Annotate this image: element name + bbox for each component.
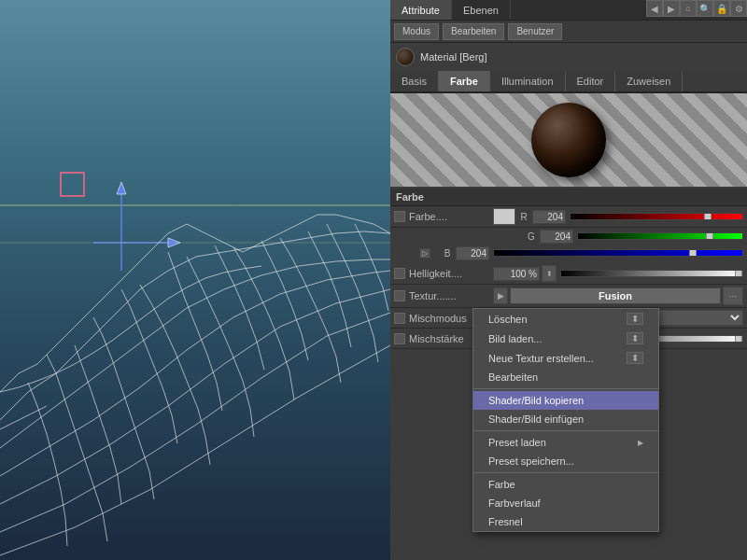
textur-label: Textur....... — [409, 290, 493, 301]
tab-ebenen[interactable]: Ebenen — [452, 0, 511, 20]
tab-attribute[interactable]: Attribute — [390, 0, 452, 20]
main-tab-bar: Basis Farbe Illumination Editor Zuweisen — [390, 71, 747, 93]
preview-sphere — [531, 103, 606, 177]
svg-marker-2 — [117, 182, 126, 194]
menu-separator-1 — [473, 388, 658, 389]
menu-item-shader-kopieren[interactable]: Shader/Bild kopieren — [473, 391, 658, 410]
bearbeiten-button[interactable]: Bearbeiten — [443, 23, 504, 40]
menu-item-farbverlauf[interactable]: Farbverlauf — [473, 494, 658, 512]
g-channel-row: G — [390, 228, 747, 245]
b-input[interactable] — [456, 246, 489, 260]
farbe-value-area: R — [493, 208, 743, 225]
svg-rect-5 — [61, 173, 84, 196]
textur-checkbox[interactable] — [394, 290, 405, 301]
nav-left-icon[interactable]: ◀ — [646, 0, 663, 17]
top-tab-bar: Attribute Ebenen ◀ ▶ ⌂ 🔍 🔒 ⚙ — [390, 0, 747, 21]
g-label: G — [525, 231, 538, 242]
tab-farbe[interactable]: Farbe — [439, 71, 490, 91]
b-channel-row: ▷ B — [390, 245, 747, 261]
b-label: B — [441, 248, 454, 259]
menu-item-bild-laden[interactable]: Bild laden... ⬍ — [473, 329, 658, 348]
farbe-label: Farbe.... — [409, 211, 493, 222]
right-panel: Attribute Ebenen ◀ ▶ ⌂ 🔍 🔒 ⚙ Modus Bearb… — [390, 0, 747, 560]
menu-item-preset-laden[interactable]: Preset laden — [473, 433, 658, 452]
tab-illumination[interactable]: Illumination — [490, 71, 566, 91]
helligkeit-checkbox[interactable] — [394, 268, 405, 279]
menu-item-shader-einfügen[interactable]: Shader/Bild einfügen — [473, 410, 658, 428]
textur-fusion-button[interactable]: Fusion — [510, 287, 721, 304]
textur-row: Textur....... ▶ Fusion ··· — [390, 285, 747, 308]
menu-item-neue-textur[interactable]: Neue Textur erstellen... ⬍ — [473, 348, 658, 368]
menu-item-bearbeiten[interactable]: Bearbeiten — [473, 368, 658, 386]
menu-separator-3 — [473, 472, 658, 473]
modus-button[interactable]: Modus — [394, 23, 439, 40]
b-slider-handle[interactable] — [689, 249, 697, 257]
menu-item-fresnel[interactable]: Fresnel — [473, 512, 658, 531]
r-input[interactable] — [532, 210, 566, 224]
toolbar: Modus Bearbeiten Benutzer — [390, 21, 747, 43]
mischstarke-checkbox[interactable] — [394, 333, 405, 344]
helligkeit-input[interactable] — [493, 267, 540, 281]
farbe-section-header: Farbe — [390, 189, 747, 206]
b-mini-icon[interactable]: ▷ — [419, 248, 430, 259]
textur-arrow[interactable]: ▶ — [493, 287, 508, 304]
color-swatch[interactable] — [493, 208, 515, 225]
material-preview — [390, 93, 747, 187]
lock-icon[interactable]: 🔒 — [713, 0, 730, 17]
helligkeit-handle[interactable] — [735, 270, 742, 277]
menu-item-farbe[interactable]: Farbe — [473, 475, 658, 494]
helligkeit-label: Helligkeit.... — [409, 268, 493, 279]
helligkeit-slider[interactable] — [560, 270, 743, 277]
farbe-checkbox[interactable] — [394, 211, 405, 222]
menu-item-preset-speichern[interactable]: Preset speichern... — [473, 452, 658, 470]
b-slider[interactable] — [493, 249, 743, 257]
menu-item-loschen[interactable]: Löschen ⬍ — [473, 309, 658, 329]
r-slider-handle[interactable] — [704, 213, 712, 220]
tab-basis[interactable]: Basis — [390, 71, 439, 91]
mischstarke-handle[interactable] — [735, 335, 742, 343]
viewport[interactable] — [0, 0, 390, 560]
r-slider[interactable] — [570, 213, 743, 220]
g-input[interactable] — [540, 230, 573, 244]
r-label: R — [517, 212, 530, 222]
g-value-area: G — [525, 230, 743, 244]
mischmodus-checkbox[interactable] — [394, 313, 405, 324]
farbe-property-row: Farbe.... R — [390, 206, 747, 228]
tab-zuweisen[interactable]: Zuweisen — [615, 71, 683, 91]
tab-editor[interactable]: Editor — [566, 71, 616, 91]
helligkeit-value-area: ⬍ — [493, 265, 743, 282]
nav-right-icon[interactable]: ▶ — [663, 0, 680, 17]
b-value-area: B — [441, 246, 743, 260]
helligkeit-spinner[interactable]: ⬍ — [542, 265, 557, 282]
g-slider-handle[interactable] — [706, 232, 713, 240]
context-dropdown-menu: Löschen ⬍ Bild laden... ⬍ Neue Textur er… — [472, 308, 659, 532]
search-icon[interactable]: 🔍 — [697, 0, 713, 17]
helligkeit-row: Helligkeit.... ⬍ — [390, 263, 747, 285]
settings-icon[interactable]: ⚙ — [730, 0, 747, 17]
menu-separator-2 — [473, 430, 658, 431]
benutzer-button[interactable]: Benutzer — [508, 23, 562, 40]
material-row: Material [Berg] — [390, 43, 747, 71]
home-icon[interactable]: ⌂ — [680, 0, 697, 17]
textur-options-button[interactable]: ··· — [723, 287, 743, 305]
material-name: Material [Berg] — [420, 51, 487, 63]
g-slider[interactable] — [577, 232, 743, 240]
material-sphere-preview — [396, 48, 415, 66]
